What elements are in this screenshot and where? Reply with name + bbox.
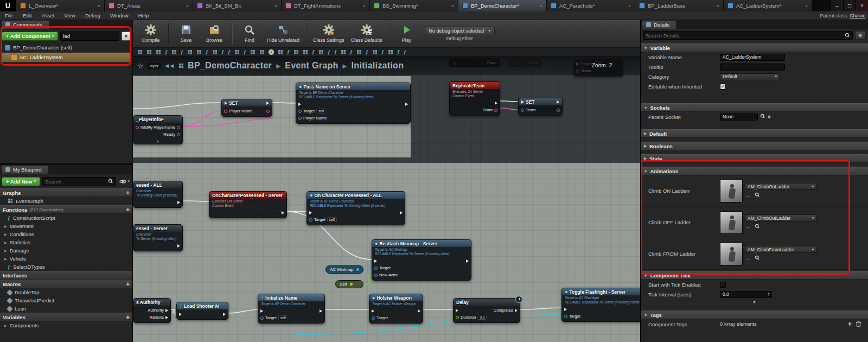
tree-category-statistics[interactable]: ▶Statistics: [0, 238, 132, 246]
data-pin[interactable]: [260, 316, 264, 320]
graph-node-possessed-all-frag[interactable]: essed - ALLCharacterTo Owning Client (if…: [133, 181, 183, 208]
menu-view[interactable]: View: [59, 12, 80, 18]
tree-header-graphs[interactable]: Graphs+: [0, 188, 132, 197]
toolbar-button-hide-unrelated[interactable]: Hide Unrelated: [264, 21, 302, 47]
asset-tab-bs-swimming-[interactable]: BS_Swimming*×: [370, 0, 458, 11]
pin-value[interactable]: self: [316, 109, 326, 113]
graph-node-initialize-name[interactable]: ƒInitialize NameTarget is BP Demo Charac…: [258, 294, 325, 324]
graph-tab-icon[interactable]: [171, 48, 177, 56]
exec-pin[interactable]: [309, 211, 312, 214]
function-graph-icon[interactable]: ƒ: [287, 49, 290, 55]
animation-thumbnail[interactable]: [720, 243, 743, 265]
exec-pin[interactable]: [223, 313, 226, 316]
exec-pin[interactable]: [515, 309, 518, 312]
breadcrumb-item[interactable]: Event Graph: [285, 61, 338, 71]
exec-pin[interactable]: [372, 309, 374, 313]
graph-tab-icon[interactable]: [234, 48, 240, 56]
add-new-button[interactable]: + Add New ▾: [2, 177, 40, 186]
browse-to-asset-icon[interactable]: [755, 192, 760, 199]
expand-arrow-icon[interactable]: ▶: [4, 240, 7, 244]
exec-pin[interactable]: [521, 100, 524, 104]
tab-close-icon[interactable]: ×: [186, 3, 189, 9]
tree-category-components[interactable]: ▶Components: [0, 321, 132, 330]
section-expand-icon[interactable]: ▶: [644, 144, 647, 148]
graph-node-replicate-team[interactable]: ReplicateTeamExecutes On ServerCustom Ev…: [449, 81, 500, 116]
data-pin[interactable]: [494, 109, 497, 112]
tab-close-icon[interactable]: ×: [98, 3, 100, 9]
number-field[interactable]: 0.0▴▾: [720, 291, 772, 298]
toolbar-button-save[interactable]: Save: [173, 21, 200, 47]
section-header-variable[interactable]: ▼Variable: [641, 43, 868, 52]
my-blueprint-search-input[interactable]: [45, 179, 108, 185]
checkbox[interactable]: [720, 282, 726, 288]
asset-tab-sk-bit-sm-bit[interactable]: SK_Bit_SM_Bit×: [193, 0, 282, 11]
exec-pin[interactable]: [225, 102, 227, 105]
graph-node-has-authority[interactable]: s AuthorityAuthorityRemote: [133, 298, 171, 323]
function-graph-icon[interactable]: ƒ: [244, 49, 246, 55]
tree-header-functions[interactable]: Functions(217 Overridable)+: [0, 205, 132, 214]
exec-pin[interactable]: [260, 309, 263, 313]
graph-node-delay[interactable]: DelayCompletedDuration0,0: [453, 298, 520, 323]
tree-header-interfaces[interactable]: Interfaces: [0, 271, 132, 280]
toolbar-button-class-defaults[interactable]: Class Defaults: [348, 21, 385, 47]
add-element-icon[interactable]: +: [848, 321, 852, 327]
graph-tab-icon[interactable]: [318, 48, 324, 56]
graph-node-set-player-name[interactable]: SETPlayer Name: [221, 99, 272, 117]
graph-tab-icon[interactable]: [146, 48, 152, 56]
dropdown[interactable]: Default▾: [720, 73, 780, 80]
tab-my-blueprint[interactable]: My Blueprint: [1, 165, 49, 174]
use-selected-asset-icon[interactable]: ←: [746, 224, 751, 230]
tab-close-icon[interactable]: ×: [451, 3, 454, 9]
data-pin[interactable]: [350, 283, 353, 286]
section-expand-icon[interactable]: ▶: [644, 131, 647, 136]
function-graph-icon[interactable]: ƒ: [181, 49, 183, 55]
menu-file[interactable]: File: [0, 12, 18, 18]
tab-close-icon[interactable]: ×: [363, 3, 366, 9]
close-icon[interactable]: ×: [856, 0, 868, 11]
tree-header-macros[interactable]: Macros+: [0, 280, 132, 288]
text-field[interactable]: [720, 64, 785, 71]
graph-node-reattach-minimap-server[interactable]: ◆Reattach Minimap - ServerTarget is AC M…: [372, 239, 471, 281]
pill-self[interactable]: Self: [335, 280, 363, 288]
asset-tab-dt-areas[interactable]: DT_Areas×: [105, 0, 193, 11]
graph-node-pass-name-on-server[interactable]: ◆Pass Name on ServerTarget is BP Demo Ch…: [296, 83, 411, 124]
graph-tab-icon[interactable]: [212, 48, 218, 56]
graph-tab-icon[interactable]: [293, 48, 299, 56]
function-graph-icon[interactable]: ƒ: [334, 49, 337, 55]
tab-close-icon[interactable]: ×: [540, 3, 542, 9]
function-graph-icon[interactable]: ƒ: [397, 49, 400, 55]
graph-tab-icon[interactable]: [278, 48, 283, 56]
section-header-default[interactable]: ▶Default: [641, 129, 868, 138]
asset-dropdown[interactable]: AM_ClimbOnLadder▾: [745, 183, 816, 190]
pin-value[interactable]: 0,0: [477, 315, 487, 320]
data-pin[interactable]: [521, 109, 524, 112]
data-pin[interactable]: [309, 218, 312, 221]
expand-arrow-icon[interactable]: ▶: [4, 232, 7, 236]
data-pin[interactable]: [564, 315, 567, 318]
graph-node-set-team[interactable]: SETTeam: [518, 98, 563, 116]
breadcrumb-item[interactable]: BP_DemoCharacter: [188, 61, 272, 71]
graph-canvas[interactable]: AC MinimapSelf_PlayerInfoFInfo FMy Playe…: [133, 56, 640, 342]
tab-close-icon[interactable]: ×: [275, 3, 277, 9]
add-icon[interactable]: +: [126, 190, 130, 195]
data-pin[interactable]: [298, 117, 302, 120]
expand-arrow-icon[interactable]: ▶: [4, 257, 7, 261]
exec-pin[interactable]: [298, 103, 301, 106]
exec-pin[interactable]: [418, 309, 420, 313]
tree-item-constructionscript[interactable]: ƒConstructionScript: [0, 214, 132, 222]
add-component-button[interactable]: + Add Component ▾: [2, 31, 58, 41]
browse-to-asset-icon[interactable]: [755, 224, 760, 230]
maximize-icon[interactable]: □: [843, 0, 856, 11]
visibility-filter-button[interactable]: ▾: [118, 176, 131, 186]
asset-tab-bp-ladderbase[interactable]: BP_LadderBase×: [635, 0, 724, 11]
data-pin[interactable]: [356, 268, 359, 271]
graph-node-player-info[interactable]: _PlayerInfoFInfo FMy PlayernameReady▾: [133, 115, 183, 144]
socket-field[interactable]: None: [720, 113, 758, 121]
graph-tab-icon[interactable]: [187, 48, 193, 56]
tree-item-doubletap[interactable]: DoubleTap: [0, 288, 132, 296]
node-expand-icon[interactable]: ▾: [133, 140, 182, 144]
graph-node-on-character-possessed-all[interactable]: ◆On Character Possessed - ALLTarget is B…: [307, 191, 405, 225]
menu-window[interactable]: Window: [105, 12, 133, 18]
tab-close-icon[interactable]: ×: [628, 3, 631, 9]
tab-details[interactable]: Details: [642, 20, 676, 29]
